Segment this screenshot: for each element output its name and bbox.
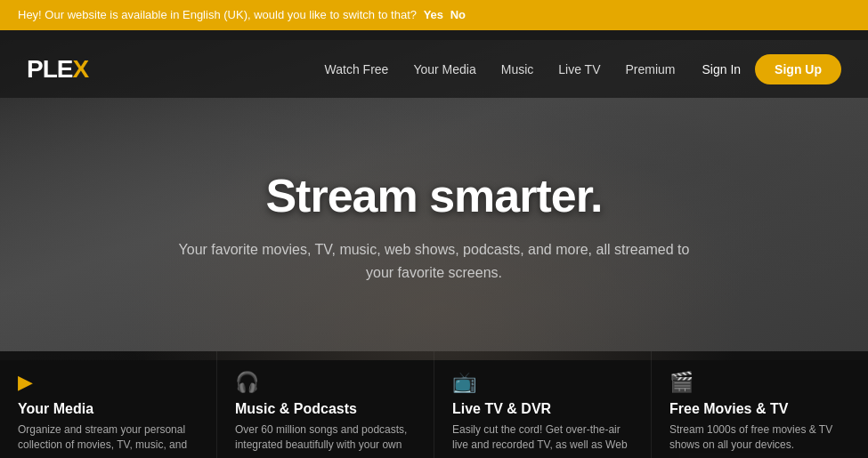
nav-link-live-tv[interactable]: Live TV: [558, 62, 600, 76]
banner-message: Our website is available in English (UK)…: [45, 8, 417, 21]
nav-item-live-tv[interactable]: Live TV: [558, 61, 600, 77]
nav-item-music[interactable]: Music: [501, 61, 534, 77]
announcement-banner: Hey! Our website is available in English…: [0, 0, 868, 30]
main-nav: PLEX Watch Free Your Media Music Live TV…: [0, 40, 868, 98]
feature-desc-3: Stream 1000s of free movies & TV shows o…: [669, 422, 850, 453]
feature-icon-0: ▶: [18, 371, 199, 394]
feature-desc-1: Over 60 million songs and podcasts, inte…: [235, 422, 416, 453]
nav-actions: Sign In Sign Up: [702, 54, 841, 84]
feature-item-1: 🎧Music & PodcastsOver 60 million songs a…: [217, 351, 434, 458]
nav-item-your-media[interactable]: Your Media: [413, 61, 475, 77]
sign-in-button[interactable]: Sign In: [702, 62, 742, 76]
nav-links: Watch Free Your Media Music Live TV Prem…: [325, 61, 676, 77]
hero-title: Stream smarter.: [176, 169, 693, 222]
nav-item-watch-free[interactable]: Watch Free: [325, 61, 389, 77]
banner-no-link[interactable]: No: [450, 8, 466, 21]
feature-title-1: Music & Podcasts: [235, 401, 416, 417]
feature-icon-1: 🎧: [235, 371, 416, 394]
nav-link-premium[interactable]: Premium: [626, 62, 676, 76]
feature-desc-0: Organize and stream your personal collec…: [18, 422, 199, 453]
feature-icon-3: 🎬: [669, 371, 850, 394]
feature-item-3: 🎬Free Movies & TVStream 1000s of free mo…: [652, 351, 868, 458]
banner-hey: Hey!: [18, 8, 42, 21]
feature-icon-2: 📺: [452, 371, 633, 394]
feature-title-0: Your Media: [18, 401, 199, 417]
logo[interactable]: PLEX: [27, 55, 88, 84]
nav-item-premium[interactable]: Premium: [626, 61, 676, 77]
banner-yes-link[interactable]: Yes: [424, 8, 443, 21]
feature-desc-2: Easily cut the cord! Get over-the-air li…: [452, 422, 633, 453]
feature-item-2: 📺Live TV & DVREasily cut the cord! Get o…: [434, 351, 652, 458]
feature-title-3: Free Movies & TV: [669, 401, 850, 417]
hero-subtitle: Your favorite movies, TV, music, web sho…: [176, 238, 693, 284]
nav-link-your-media[interactable]: Your Media: [413, 62, 475, 76]
hero-content: Stream smarter. Your favorite movies, TV…: [176, 169, 693, 284]
feature-title-2: Live TV & DVR: [452, 401, 633, 417]
features-bar: ▶Your MediaOrganize and stream your pers…: [0, 351, 868, 458]
sign-up-button[interactable]: Sign Up: [755, 54, 841, 84]
nav-link-watch-free[interactable]: Watch Free: [325, 62, 389, 76]
nav-link-music[interactable]: Music: [501, 62, 534, 76]
logo-accent: X: [72, 55, 88, 83]
feature-item-0: ▶Your MediaOrganize and stream your pers…: [0, 351, 217, 458]
